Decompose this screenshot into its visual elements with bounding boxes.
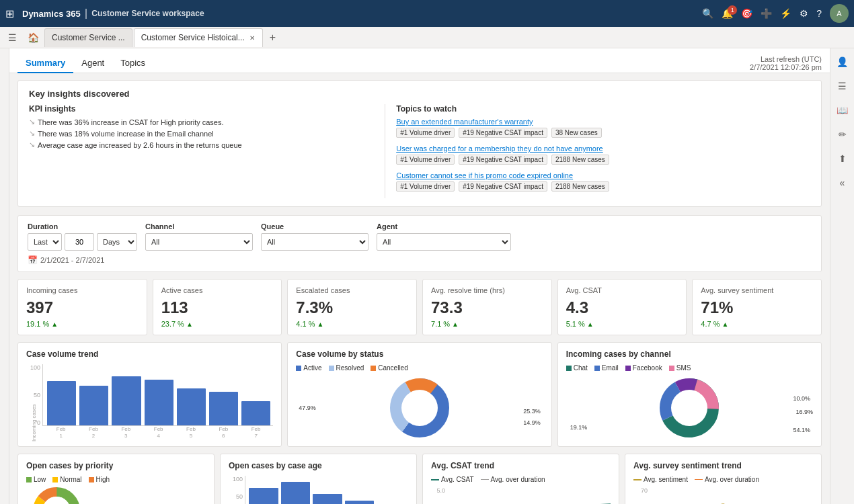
bar-xlabel-5: Feb5 bbox=[176, 426, 205, 438]
bar-3 bbox=[112, 376, 141, 425]
add-icon[interactable]: ➕ bbox=[761, 8, 772, 19]
tab-add-button[interactable]: + bbox=[264, 29, 281, 46]
bottom-charts-row: Open cases by priority Low Normal Hig bbox=[17, 454, 822, 504]
legend-chat: Chat bbox=[566, 364, 588, 372]
waffle-icon[interactable]: ⊞ bbox=[5, 7, 14, 20]
metric-value-4: 4.3 bbox=[566, 298, 678, 317]
age-y-50: 50 bbox=[229, 493, 243, 500]
chart-title-status: Case volume by status bbox=[296, 349, 543, 359]
legend-line-duration bbox=[481, 479, 489, 480]
search-icon[interactable]: 🔍 bbox=[702, 8, 713, 19]
metric-change-val-4: 5.1 bbox=[566, 320, 576, 328]
bar-1 bbox=[47, 381, 76, 425]
age-bar-1 bbox=[249, 488, 278, 504]
legend-dot-normal bbox=[52, 477, 58, 482]
kpi-item-3: ↘ Average case age increased by 2.6 hour… bbox=[29, 140, 374, 149]
channel-pct-sms: 16.9% bbox=[795, 409, 813, 415]
filter-agent-select[interactable]: All bbox=[377, 233, 511, 251]
metric-change-pct-0: % bbox=[42, 320, 49, 328]
user-avatar[interactable]: A bbox=[830, 4, 849, 23]
chart-case-volume-trend: Case volume trend 100 50 0 bbox=[17, 342, 282, 447]
sidebar-pencil-icon[interactable]: ✏ bbox=[836, 126, 849, 142]
legend-label-chat: Chat bbox=[574, 364, 588, 372]
kpi-text-2: There was 18% volume increase in the Ema… bbox=[38, 130, 214, 138]
bar-x-labels: Feb1 Feb2 Feb3 Feb4 Feb5 Feb6 Feb7 bbox=[42, 426, 273, 438]
filter-duration-unit[interactable]: Days bbox=[97, 233, 137, 251]
sub-tab-list: Summary Agent Topics bbox=[17, 54, 153, 73]
filter-queue-select[interactable]: All bbox=[261, 233, 368, 251]
settings-icon[interactable]: ⚙ bbox=[800, 8, 808, 19]
sidebar-share-icon[interactable]: ⬆ bbox=[836, 151, 849, 167]
topic-tags-1: #1 Volume driver #19 Negative CSAT impac… bbox=[396, 128, 810, 138]
kpi-text-1: There was 36% increase in CSAT for High … bbox=[38, 118, 224, 126]
legend-normal: Normal bbox=[52, 476, 81, 483]
tab-customer-service[interactable]: Customer Service ... bbox=[44, 28, 132, 47]
topic-item-3: Customer cannot see if his promo code ex… bbox=[396, 171, 810, 192]
tab-agent[interactable]: Agent bbox=[73, 54, 112, 73]
brand-name: Dynamics 365 | Customer Service workspac… bbox=[22, 7, 204, 19]
chart-title-sentiment-trend: Avg. survey sentiment trend bbox=[633, 461, 813, 470]
sentiment-trend-legend: Avg. sentiment Avg. over duration bbox=[633, 476, 813, 483]
filter-duration-period[interactable]: Last bbox=[28, 233, 62, 251]
kpi-section-title: KPI insights bbox=[29, 104, 374, 114]
legend-dot-active bbox=[296, 366, 301, 371]
legend-line-sentiment bbox=[633, 479, 642, 480]
tab-customer-service-historical[interactable]: Customer Service Histoical... ✕ bbox=[134, 28, 263, 47]
metric-arrow-3: ▲ bbox=[452, 321, 459, 328]
sentiment-y-labels: 70 68 bbox=[633, 487, 650, 504]
filter-queue: Queue All bbox=[261, 222, 368, 251]
sentiment-svg bbox=[650, 487, 813, 504]
age-y-labels: 100 50 0 bbox=[229, 476, 245, 504]
bar-xlabel-1: Feb1 bbox=[46, 426, 75, 438]
age-y-100: 100 bbox=[229, 476, 243, 482]
bar-xlabel-3: Feb3 bbox=[112, 426, 141, 438]
legend-dot-high bbox=[89, 477, 94, 482]
legend-dot-email bbox=[594, 366, 600, 371]
metric-title-2: Escalated cases bbox=[296, 286, 408, 294]
sidebar-list-icon[interactable]: ☰ bbox=[835, 78, 849, 94]
legend-email: Email bbox=[594, 364, 619, 372]
filter-channel-select[interactable]: All bbox=[145, 233, 253, 251]
tab-summary[interactable]: Summary bbox=[17, 54, 73, 73]
home-button[interactable]: 🏠 bbox=[24, 30, 43, 46]
channel-label-541: 54.1% bbox=[793, 427, 810, 433]
legend-label-avg-duration-s: Avg. over duration bbox=[705, 476, 759, 483]
csat-trend-chart: 5.0 4.0 bbox=[431, 487, 611, 504]
metric-change-2: 4.1 % ▲ bbox=[296, 320, 408, 328]
page-body: Key insights discovered KPI insights ↘ T… bbox=[9, 73, 830, 504]
topic-link-2[interactable]: User was charged for a membership they d… bbox=[396, 144, 810, 153]
insights-body: KPI insights ↘ There was 36% increase in… bbox=[29, 104, 810, 198]
filter-icon[interactable]: ⚡ bbox=[780, 8, 791, 19]
notification-icon[interactable]: 🔔 1 bbox=[722, 8, 733, 19]
kpi-arrow-3: ↘ bbox=[29, 140, 35, 149]
tab-close-button[interactable]: ✕ bbox=[249, 34, 256, 42]
sidebar-person-icon[interactable]: 👤 bbox=[834, 54, 851, 70]
filter-channel-label: Channel bbox=[145, 222, 253, 230]
csat-y-labels: 5.0 4.0 bbox=[431, 487, 447, 504]
refresh-info: Last refresh (UTC) 2/7/2021 12:07:26 pm bbox=[750, 55, 822, 71]
tag-1-2: 38 New cases bbox=[551, 128, 602, 138]
topic-link-1[interactable]: Buy an extended manufacturer's warranty bbox=[396, 118, 810, 126]
target-icon[interactable]: 🎯 bbox=[741, 8, 752, 19]
metric-change-5: 4.7 % ▲ bbox=[701, 320, 813, 328]
svg-point-8 bbox=[671, 390, 707, 426]
sidebar-collapse-icon[interactable]: « bbox=[837, 175, 848, 191]
help-icon[interactable]: ? bbox=[816, 8, 822, 19]
refresh-datetime: 2/7/2021 12:07:26 pm bbox=[750, 63, 822, 71]
filter-channel: Channel All bbox=[145, 222, 253, 251]
metric-arrow-1: ▲ bbox=[186, 321, 193, 328]
metric-card-sentiment: Avg. survey sentiment 71% 4.7 % ▲ bbox=[692, 279, 822, 335]
csat-trend-legend: Avg. CSAT Avg. over duration bbox=[431, 476, 611, 483]
bar-chart-area bbox=[42, 364, 273, 426]
legend-cancelled: Cancelled bbox=[371, 364, 407, 372]
hamburger-menu[interactable]: ☰ bbox=[3, 30, 22, 46]
tag-2-1: #19 Negative CSAT impact bbox=[459, 155, 547, 165]
topic-link-3[interactable]: Customer cannot see if his promo code ex… bbox=[396, 171, 810, 179]
tab-topics[interactable]: Topics bbox=[112, 54, 153, 73]
legend-avg-sentiment: Avg. sentiment bbox=[633, 476, 688, 483]
chart-title-priority: Open cases by priority bbox=[26, 461, 206, 470]
sidebar-book-icon[interactable]: 📖 bbox=[834, 102, 851, 118]
filter-duration-number[interactable] bbox=[65, 233, 94, 251]
metric-arrow-5: ▲ bbox=[722, 321, 728, 328]
chart-title-age: Open cases by case age bbox=[229, 461, 408, 470]
